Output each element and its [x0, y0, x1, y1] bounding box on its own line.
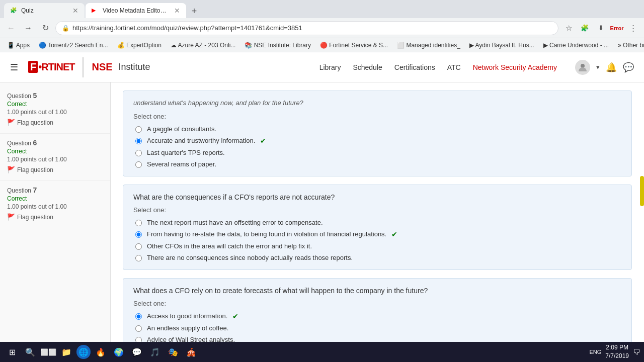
q7-correct-mark: ✔ [232, 312, 238, 320]
notification-center-icon[interactable]: 🗨 [633, 348, 640, 356]
chat-taskbar-button[interactable]: 💬 [129, 344, 145, 360]
q6-correct-mark: ✔ [391, 230, 397, 238]
browser-nav-bar: ← → ↻ 🔒 https://training.fortinet.com/mo… [0, 18, 644, 38]
question-5-card: understand what's happening now, and pla… [123, 90, 632, 176]
q6-points: 1.00 points out of 1.00 [7, 156, 103, 163]
tab-bar: 🧩 Quiz ✕ ▶ Video Metadata Editor - YouTu… [0, 0, 644, 18]
q5-option-2-text: Accurate and trustworthy information. [147, 137, 255, 144]
reload-button[interactable]: ↻ [38, 21, 52, 35]
bookmark-more[interactable]: » Other bookmarks [615, 41, 644, 50]
q6-option-1: The next report must have an offsetting … [135, 219, 621, 226]
taskbar-right: ENG 2:09 PM 7/7/2019 🗨 [589, 343, 640, 360]
q5-radio-2[interactable] [135, 138, 142, 144]
bookmark-apps[interactable]: 📱 Apps [4, 41, 33, 50]
extension-puzzle-button[interactable]: 🧩 [578, 21, 592, 35]
extensions-button[interactable]: Error [610, 21, 624, 35]
tab-quiz[interactable]: 🧩 Quiz ✕ [4, 3, 85, 18]
tab-youtube-title: Video Metadata Editor - YouTube... [103, 7, 168, 14]
bookmark-star-button[interactable]: ☆ [561, 21, 576, 35]
firefox-taskbar-button[interactable]: 🔥 [93, 344, 109, 360]
youtube-favicon: ▶ [92, 7, 99, 14]
q7-radio-2[interactable] [135, 325, 142, 332]
ssl-lock-icon: 🔒 [62, 25, 69, 32]
nav-schedule[interactable]: Schedule [353, 63, 382, 71]
bookmark-aydin[interactable]: ▶ Aydin Baysal ft. Hus... [466, 41, 537, 50]
messages-icon[interactable]: 💬 [623, 62, 634, 73]
file-explorer-button[interactable]: 📁 [58, 344, 74, 360]
media-taskbar-button[interactable]: 🎭 [165, 344, 181, 360]
taskbar-clock: 2:09 PM 7/7/2019 [605, 343, 629, 360]
q5-option-4: Several reams of paper. [135, 160, 621, 168]
nav-certifications[interactable]: Certifications [394, 63, 435, 71]
q6-radio-4[interactable] [135, 255, 142, 261]
q7-option-3-text: Advice of Wall Street analysts. [147, 336, 235, 342]
q5-options: A gaggle of consultants. Accurate and tr… [133, 125, 621, 168]
q6-option-2-text: From having to re-state the data, to bei… [147, 230, 386, 238]
sidebar-question-6: Question 6 Correct 1.00 points out of 1.… [0, 134, 110, 181]
flag-icon-q7: 🚩 [7, 213, 15, 221]
header-action-icons: ▾ 🔔 💬 [575, 60, 634, 75]
q7-radio-1[interactable] [135, 313, 142, 320]
back-button[interactable]: ← [4, 21, 18, 35]
q5-radio-3[interactable] [135, 150, 142, 156]
flag-q7-label: Flag question [17, 214, 53, 221]
question-7-card: What does a CFO rely on to create foreca… [123, 278, 632, 342]
search-taskbar-button[interactable]: 🔍 [22, 344, 38, 360]
q6-option-4-text: There are no consequences since nobody a… [147, 254, 353, 261]
q7-question-text: What does a CFO rely on to create foreca… [133, 287, 621, 295]
chrome-taskbar-button[interactable]: 🌐 [76, 345, 91, 359]
bookmark-torrentz[interactable]: 🔵 Torrentz2 Search En... [36, 41, 111, 50]
menu-button[interactable]: ⋮ [626, 21, 640, 35]
music-taskbar-button[interactable]: 🎵 [147, 344, 163, 360]
sidebar-question-5: Question 5 Correct 1.00 points out of 1.… [0, 86, 110, 134]
flag-q5-button[interactable]: 🚩 Flag question [7, 117, 103, 128]
nav-library[interactable]: Library [319, 63, 341, 71]
q6-radio-2[interactable] [135, 231, 142, 238]
q7-radio-3[interactable] [135, 337, 142, 342]
app-taskbar-button[interactable]: 🎪 [183, 344, 199, 360]
logo: F•RTINET NSE Institute [28, 57, 150, 77]
q6-option-3: Other CFOs in the area will catch the er… [135, 242, 621, 250]
main-content: Question 5 Correct 1.00 points out of 1.… [0, 82, 644, 342]
url-text: https://training.fortinet.com/mod/quiz/r… [72, 24, 552, 32]
bookmark-nse[interactable]: 📚 NSE Institute: Library [242, 41, 314, 50]
new-tab-button[interactable]: + [187, 4, 201, 18]
nav-nsa[interactable]: Network Security Academy [473, 63, 557, 71]
q6-radio-3[interactable] [135, 243, 142, 250]
q6-label-text: Question [7, 140, 31, 147]
task-view-button[interactable]: ⬜⬜ [40, 344, 56, 360]
user-avatar[interactable] [575, 60, 590, 75]
flag-icon-q5: 🚩 [7, 119, 15, 126]
start-button[interactable]: ⊞ [4, 344, 20, 360]
q6-radio-1[interactable] [135, 220, 142, 226]
address-bar[interactable]: 🔒 https://training.fortinet.com/mod/quiz… [55, 21, 558, 35]
taskbar-left: ⊞ 🔍 ⬜⬜ 📁 🌐 🔥 🌍 💬 🎵 🎭 🎪 [4, 344, 199, 360]
q7-label: Question 7 [7, 186, 103, 194]
tab-youtube[interactable]: ▶ Video Metadata Editor - YouTube... ✕ [86, 3, 186, 18]
user-dropdown-arrow[interactable]: ▾ [596, 63, 600, 71]
taskbar-lang: ENG [589, 349, 601, 355]
bookmark-expertoption[interactable]: 💰 ExpertOption [114, 41, 165, 50]
bookmark-carrie[interactable]: ▶ Carrie Underwood - ... [540, 41, 612, 50]
nav-atc[interactable]: ATC [447, 63, 461, 71]
q6-question-text: What are the consequences if a CFO's rep… [133, 193, 621, 201]
forward-button[interactable]: → [21, 21, 35, 35]
tab-youtube-close[interactable]: ✕ [174, 7, 180, 15]
tab-quiz-close[interactable]: ✕ [72, 7, 78, 15]
flag-q6-button[interactable]: 🚩 Flag question [7, 164, 103, 175]
download-button[interactable]: ⬇ [594, 21, 608, 35]
flag-q7-button[interactable]: 🚩 Flag question [7, 211, 103, 223]
logo-divider [83, 57, 84, 77]
q5-radio-1[interactable] [135, 126, 142, 133]
bookmark-managed-identities[interactable]: ⬜ Managed identities_ [394, 41, 463, 50]
q5-option-1: A gaggle of consultants. [135, 125, 621, 133]
q7-options: Access to good information. ✔ An endless… [133, 312, 621, 342]
q5-radio-4[interactable] [135, 161, 142, 168]
hamburger-menu-icon[interactable]: ☰ [10, 62, 18, 73]
website-content: ☰ F•RTINET NSE Institute Library Schedul… [0, 52, 644, 342]
bookmark-fortinet[interactable]: 🔴 Fortinet Service & S... [317, 41, 391, 50]
bookmark-azure[interactable]: ☁ Azure AZ - 203 Onli... [168, 41, 238, 50]
flag-q5-label: Flag question [17, 119, 53, 126]
browser2-taskbar-button[interactable]: 🌍 [111, 344, 127, 360]
notification-bell-icon[interactable]: 🔔 [606, 62, 617, 73]
